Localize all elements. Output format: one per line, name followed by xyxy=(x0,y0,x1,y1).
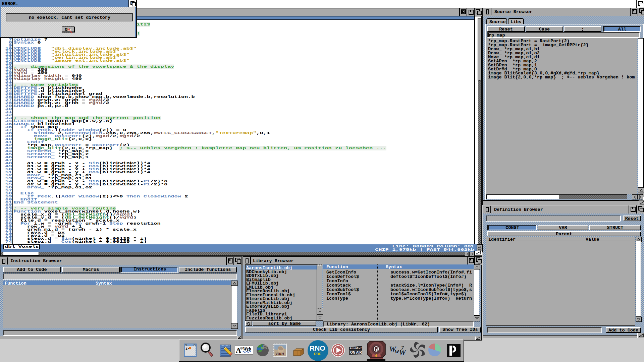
svg-text:A: A xyxy=(236,346,241,354)
svg-text:RNO: RNO xyxy=(310,344,325,352)
svg-text:1>: 1> xyxy=(185,347,189,351)
svg-text:PDF: PDF xyxy=(314,352,321,356)
svg-text:AmiMod: AmiMod xyxy=(349,347,362,350)
svg-text:B: B xyxy=(263,344,267,351)
svg-text:ON AIR: ON AIR xyxy=(350,351,362,354)
svg-text:yam: yam xyxy=(275,351,284,356)
svg-text:7: 7 xyxy=(401,345,404,351)
svg-text:Web: Web xyxy=(243,347,251,352)
